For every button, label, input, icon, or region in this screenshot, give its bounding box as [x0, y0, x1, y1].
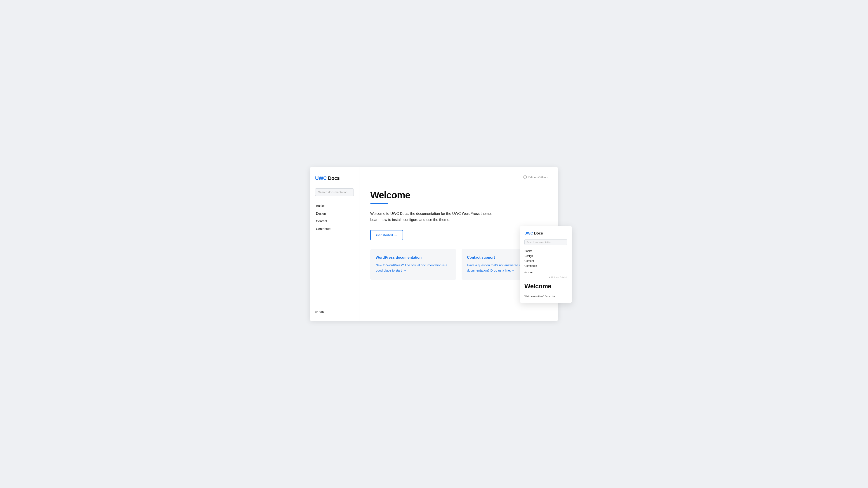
mini-nav-list: Basics Design Content Contribute	[524, 249, 567, 268]
github-icon	[523, 175, 527, 179]
wordpress-docs-title: WordPress documentation	[376, 256, 451, 260]
logo-uwc: UWC	[315, 175, 327, 181]
mini-logo-docs: Docs	[533, 231, 543, 235]
mini-logo-uwc: UWC	[524, 231, 533, 235]
search-input[interactable]	[315, 188, 354, 196]
logo-docs: Docs	[327, 175, 340, 181]
page-wrapper: UWC Docs Basics Design Content Contribut…	[310, 167, 558, 321]
mini-search-input[interactable]	[524, 239, 567, 245]
nav-list: Basics Design Content Contribute	[315, 202, 354, 305]
mini-intro-text: Welcome to UWC Docs, the	[524, 295, 567, 298]
lang-de[interactable]: de	[315, 310, 318, 314]
get-started-button[interactable]: Get started →	[370, 230, 403, 240]
sidebar: UWC Docs Basics Design Content Contribut…	[310, 167, 360, 321]
mini-card: UWC Docs Basics Design Content Contribut…	[520, 226, 572, 303]
top-bar: Edit on GitHub	[370, 175, 548, 179]
logo: UWC Docs	[315, 175, 354, 181]
sidebar-item-content[interactable]: Content	[315, 218, 354, 225]
sidebar-item-basics[interactable]: Basics	[315, 202, 354, 209]
intro-text: Welcome to UWC Docs, the documentation f…	[370, 210, 492, 223]
lang-switcher: de•en	[315, 305, 354, 314]
mini-nav-contribute[interactable]: Contribute	[524, 263, 567, 268]
lang-dot: •	[319, 310, 320, 314]
mini-nav-basics[interactable]: Basics	[524, 249, 567, 254]
sidebar-item-contribute[interactable]: Contribute	[315, 225, 354, 232]
page-title: Welcome	[370, 190, 548, 201]
lang-en[interactable]: en	[320, 310, 324, 314]
mini-edit-github: ✦ Edit on GitHub	[524, 276, 567, 279]
wordpress-docs-text: New to WordPress? The official documenta…	[376, 263, 451, 273]
wordpress-docs-card: WordPress documentation New to WordPress…	[370, 249, 456, 280]
mini-nav-content[interactable]: Content	[524, 258, 567, 263]
mini-lang-switcher: de • en	[524, 271, 567, 274]
edit-github-label: Edit on GitHub	[528, 175, 548, 179]
sidebar-item-design[interactable]: Design	[315, 210, 354, 217]
mini-logo: UWC Docs	[524, 231, 567, 235]
edit-github-link[interactable]: Edit on GitHub	[523, 175, 548, 179]
mini-title-underline	[524, 292, 534, 292]
title-underline	[370, 203, 388, 204]
mini-welcome-title: Welcome	[524, 283, 567, 290]
mini-nav-design[interactable]: Design	[524, 254, 567, 258]
